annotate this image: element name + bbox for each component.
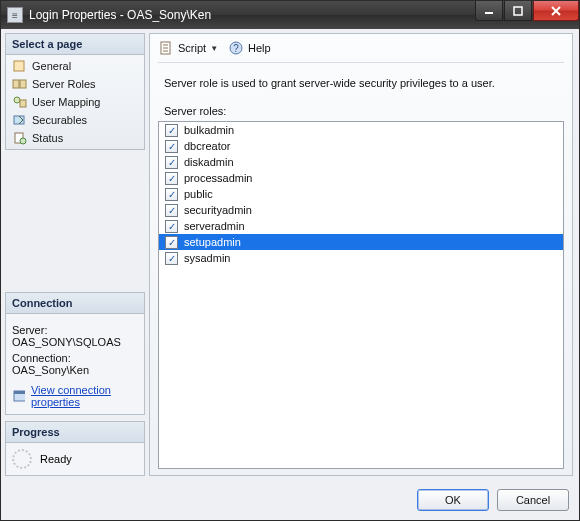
role-item[interactable]: ✓sysadmin: [159, 250, 563, 266]
role-checkbox[interactable]: ✓: [165, 220, 178, 233]
svg-line-3: [552, 7, 560, 15]
page-nav-item[interactable]: Server Roles: [8, 75, 142, 93]
role-name: sysadmin: [184, 252, 230, 264]
app-icon: ≡: [7, 7, 23, 23]
page-nav-item[interactable]: Status: [8, 129, 142, 147]
dialog-footer: OK Cancel: [1, 480, 579, 520]
role-name: public: [184, 188, 213, 200]
connection-label: Connection:: [12, 352, 138, 364]
script-label: Script: [178, 42, 206, 54]
page-nav-item[interactable]: Securables: [8, 111, 142, 129]
window-buttons: [474, 1, 579, 21]
window: ≡ Login Properties - OAS_Sony\Ken Select…: [0, 0, 580, 521]
page-label: General: [32, 60, 71, 72]
content-area: Select a page GeneralServer RolesUser Ma…: [1, 29, 579, 480]
connection-panel: Connection Server: OAS_SONY\SQLOAS Conne…: [5, 292, 145, 415]
progress-spinner-icon: [12, 449, 32, 469]
page-label: User Mapping: [32, 96, 100, 108]
page-icon: [12, 77, 28, 91]
maximize-button[interactable]: [504, 1, 532, 21]
role-item[interactable]: ✓securityadmin: [159, 202, 563, 218]
view-connection-properties-link[interactable]: View connection properties: [31, 384, 138, 408]
left-column: Select a page GeneralServer RolesUser Ma…: [5, 33, 145, 476]
svg-rect-8: [20, 100, 26, 107]
cancel-button[interactable]: Cancel: [497, 489, 569, 511]
script-icon: [158, 40, 174, 56]
server-roles-list[interactable]: ✓bulkadmin✓dbcreator✓diskadmin✓processad…: [158, 121, 564, 469]
svg-point-7: [14, 97, 20, 103]
titlebar[interactable]: ≡ Login Properties - OAS_Sony\Ken: [1, 1, 579, 29]
progress-status: Ready: [40, 453, 72, 465]
role-item[interactable]: ✓dbcreator: [159, 138, 563, 154]
close-button[interactable]: [533, 1, 579, 21]
svg-line-2: [552, 7, 560, 15]
progress-panel: Progress Ready: [5, 421, 145, 476]
properties-icon: [12, 388, 25, 404]
role-item[interactable]: ✓bulkadmin: [159, 122, 563, 138]
page-icon: [12, 131, 28, 145]
page-label: Server Roles: [32, 78, 96, 90]
svg-point-11: [20, 138, 26, 144]
minimize-button[interactable]: [475, 1, 503, 21]
role-checkbox[interactable]: ✓: [165, 172, 178, 185]
role-checkbox[interactable]: ✓: [165, 252, 178, 265]
svg-rect-5: [13, 80, 19, 88]
server-value: OAS_SONY\SQLOAS: [12, 336, 138, 348]
page-nav-item[interactable]: User Mapping: [8, 93, 142, 111]
connection-value: OAS_Sony\Ken: [12, 364, 138, 376]
connection-title: Connection: [6, 293, 144, 314]
help-icon: ?: [228, 40, 244, 56]
role-item[interactable]: ✓setupadmin: [159, 234, 563, 250]
select-page-title: Select a page: [6, 34, 144, 55]
svg-rect-1: [514, 7, 522, 15]
role-name: securityadmin: [184, 204, 252, 216]
connection-body: Server: OAS_SONY\SQLOAS Connection: OAS_…: [6, 314, 144, 414]
role-checkbox[interactable]: ✓: [165, 188, 178, 201]
role-item[interactable]: ✓processadmin: [159, 170, 563, 186]
role-item[interactable]: ✓public: [159, 186, 563, 202]
page-list: GeneralServer RolesUser MappingSecurable…: [6, 55, 144, 149]
role-name: diskadmin: [184, 156, 234, 168]
help-label: Help: [248, 42, 271, 54]
role-item[interactable]: ✓serveradmin: [159, 218, 563, 234]
script-button[interactable]: Script ▼: [158, 40, 218, 56]
role-name: bulkadmin: [184, 124, 234, 136]
svg-rect-4: [14, 61, 24, 71]
dropdown-arrow-icon: ▼: [210, 44, 218, 53]
page-icon: [12, 113, 28, 127]
role-checkbox[interactable]: ✓: [165, 140, 178, 153]
server-label: Server:: [12, 324, 138, 336]
role-checkbox[interactable]: ✓: [165, 204, 178, 217]
toolbar: Script ▼ ? Help: [158, 40, 564, 63]
role-name: processadmin: [184, 172, 252, 184]
select-page-panel: Select a page GeneralServer RolesUser Ma…: [5, 33, 145, 150]
help-button[interactable]: ? Help: [228, 40, 271, 56]
svg-text:?: ?: [233, 43, 239, 54]
description-text: Server role is used to grant server-wide…: [158, 63, 564, 105]
role-checkbox[interactable]: ✓: [165, 124, 178, 137]
role-name: serveradmin: [184, 220, 245, 232]
server-roles-label: Server roles:: [158, 105, 564, 121]
page-label: Securables: [32, 114, 87, 126]
role-item[interactable]: ✓diskadmin: [159, 154, 563, 170]
right-column: Script ▼ ? Help Server role is used to g…: [149, 33, 573, 476]
role-name: setupadmin: [184, 236, 241, 248]
svg-rect-13: [14, 391, 25, 394]
progress-title: Progress: [6, 422, 144, 443]
page-icon: [12, 59, 28, 73]
role-checkbox[interactable]: ✓: [165, 236, 178, 249]
window-title: Login Properties - OAS_Sony\Ken: [29, 8, 211, 22]
svg-rect-6: [20, 80, 26, 88]
role-name: dbcreator: [184, 140, 230, 152]
role-checkbox[interactable]: ✓: [165, 156, 178, 169]
page-label: Status: [32, 132, 63, 144]
page-nav-item[interactable]: General: [8, 57, 142, 75]
ok-button[interactable]: OK: [417, 489, 489, 511]
page-icon: [12, 95, 28, 109]
